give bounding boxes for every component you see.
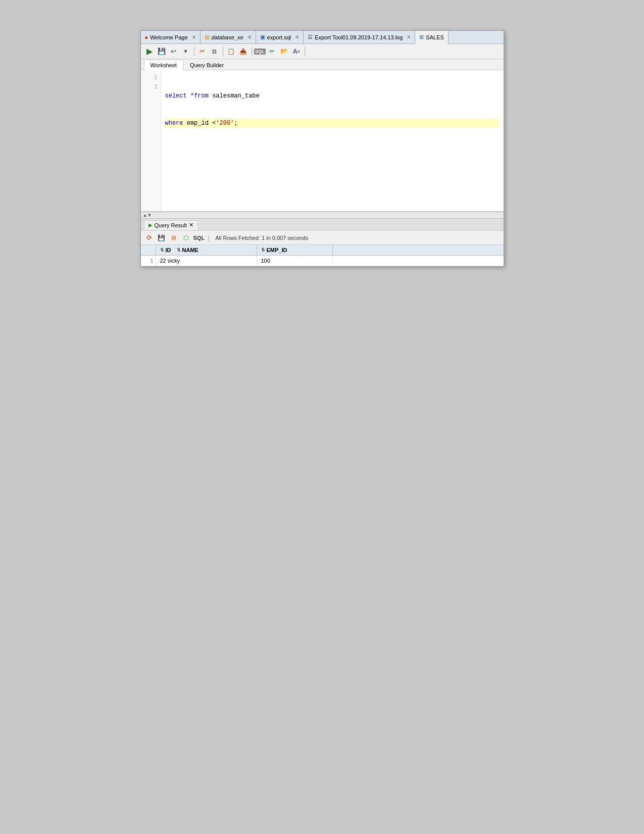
row-num-1: 1	[141, 256, 156, 266]
sql-run-button[interactable]: SQL	[255, 46, 266, 57]
result-toolbar: ⟳ 💾 ⊞ ⬡ SQL | All Rows Fetched: 1 in 0.0…	[141, 231, 504, 245]
font-icon: A	[293, 47, 298, 55]
tab-export-sql-close[interactable]: ✕	[295, 34, 299, 40]
grid-header: ⇅ ID ⇅ NAME ⇅ EMP_ID	[141, 245, 504, 256]
tab-export-log-close[interactable]: ✕	[407, 34, 411, 40]
sort-icon-name: ⇅	[177, 248, 181, 253]
cell-id-name-1: 22 vicky	[156, 256, 257, 266]
log-file-icon: ☰	[308, 34, 313, 40]
toolbar-sep-1	[194, 47, 194, 56]
col-header-empid-label: EMP_ID	[267, 247, 287, 253]
result-sql-label: SQL	[193, 235, 205, 241]
undo-icon: ↩	[171, 47, 176, 55]
tab-export-sql-label: export.sql	[267, 34, 291, 40]
main-window: ● Welcome Page ✕ ⊞ database_xe ✕ ▣ expor…	[140, 30, 504, 267]
result-refresh-button[interactable]: ⟳	[144, 232, 155, 243]
query-result-close[interactable]: ✕	[189, 222, 193, 228]
copy-icon: ⧉	[212, 48, 217, 55]
query-result-play-icon: ▶	[148, 222, 153, 228]
tab-bar: ● Welcome Page ✕ ⊞ database_xe ✕ ▣ expor…	[141, 31, 504, 44]
code-line-2: where emp_id <'200';	[165, 119, 500, 128]
tab-export-log-label: Export Tool01.09.2019-17.14.13.log	[315, 34, 403, 40]
sql-file-icon: ▣	[260, 34, 265, 40]
undo-button[interactable]: ↩	[168, 46, 179, 57]
toolbar-sep-4	[305, 47, 305, 56]
save-icon: 💾	[158, 47, 166, 55]
tab-worksheet[interactable]: Worksheet	[144, 60, 183, 70]
run-button[interactable]: ▶	[144, 46, 155, 57]
chevron-down-icon: ▼	[183, 48, 188, 54]
grid-row-num-header	[141, 245, 156, 255]
tab-welcome[interactable]: ● Welcome Page ✕	[141, 31, 201, 43]
edit-button[interactable]: ✏	[267, 46, 278, 57]
tab-export-log[interactable]: ☰ Export Tool01.09.2019-17.14.13.log ✕	[304, 31, 415, 43]
col-header-name-label: NAME	[182, 247, 199, 253]
open-icon: 📂	[280, 47, 288, 55]
tab-database-label: database_xe	[212, 34, 243, 40]
result-export-button[interactable]: ⬡	[180, 232, 191, 243]
code-line-1: select *from salesman_tabe	[165, 91, 500, 101]
tab-welcome-close[interactable]: ✕	[192, 34, 196, 40]
line-gutter: 1 2	[141, 70, 161, 211]
collapse-down-icon: ▼	[147, 213, 152, 218]
paste-icon: 📋	[227, 48, 235, 55]
editor-area: 1 2 select *from salesman_tabe where emp…	[141, 70, 504, 212]
tab-sales-label: SALES	[426, 34, 443, 40]
result-status-text: All Rows Fetched: 1 in 0.007 seconds	[215, 235, 308, 241]
table-row: 1 22 vicky 100	[141, 256, 504, 266]
refresh-icon: ⟳	[146, 234, 152, 241]
cut-button[interactable]: ✂	[197, 46, 208, 57]
line-num-2: 2	[141, 82, 158, 91]
tab-welcome-label: Welcome Page	[150, 34, 187, 40]
line-num-1: 1	[141, 73, 158, 82]
cut-icon: ✂	[200, 47, 205, 55]
result-panel: ▶ Query Result ✕ ⟳ 💾 ⊞ ⬡ SQL | All Rows …	[141, 219, 504, 266]
copy-button[interactable]: ⧉	[209, 46, 220, 57]
font-button[interactable]: A a	[291, 46, 302, 57]
save-button[interactable]: 💾	[156, 46, 167, 57]
welcome-icon: ●	[145, 34, 148, 40]
collapse-up-icon: ▲	[143, 213, 147, 218]
sort-icon-id: ⇅	[160, 248, 164, 253]
import-button[interactable]: 📥	[238, 46, 249, 57]
result-grid-icon: ⊞	[171, 234, 176, 241]
result-tab-bar: ▶ Query Result ✕	[141, 219, 504, 231]
sort-icon-empid: ⇅	[261, 248, 265, 253]
collapse-bar[interactable]: ▲ ▼	[141, 212, 504, 219]
import-icon: 📥	[239, 48, 247, 55]
code-editor[interactable]: select *from salesman_tabe where emp_id …	[161, 70, 504, 211]
grid-col-header-id[interactable]: ⇅ ID ⇅ NAME	[156, 245, 257, 255]
cell-empid-1: 100	[257, 256, 333, 266]
result-export-icon: ⬡	[183, 234, 188, 241]
tab-export-sql[interactable]: ▣ export.sql ✕	[256, 31, 304, 43]
pipe-separator: |	[208, 234, 209, 241]
query-result-tab[interactable]: ▶ Query Result ✕	[144, 220, 198, 230]
result-save-icon: 💾	[158, 234, 165, 241]
dropdown-button[interactable]: ▼	[180, 46, 191, 57]
data-grid: ⇅ ID ⇅ NAME ⇅ EMP_ID 1 22 vicky 100	[141, 245, 504, 266]
result-save-button[interactable]: 💾	[156, 232, 167, 243]
sub-tab-bar: Worksheet Query Builder	[141, 59, 504, 70]
tab-database-close[interactable]: ✕	[247, 34, 252, 40]
toolbar-sep-3	[252, 47, 252, 56]
paste-button[interactable]: 📋	[226, 46, 237, 57]
tab-query-builder-label: Query Builder	[190, 62, 224, 68]
result-grid-button[interactable]: ⊞	[168, 232, 179, 243]
col-header-id-label: ID	[166, 247, 171, 253]
edit-icon: ✏	[269, 47, 275, 55]
tab-database[interactable]: ⊞ database_xe ✕	[201, 31, 256, 43]
query-result-label: Query Result	[155, 222, 187, 228]
grid-col-header-empid[interactable]: ⇅ EMP_ID	[257, 245, 333, 255]
table-icon: ⊞	[419, 34, 424, 40]
toolbar-sep-2	[223, 47, 223, 56]
db-icon: ⊞	[205, 34, 210, 41]
main-toolbar: ▶ 💾 ↩ ▼ ✂ ⧉ 📋 📥 SQL ✏ 📂	[141, 44, 504, 59]
tab-worksheet-label: Worksheet	[151, 62, 177, 68]
open-button[interactable]: 📂	[279, 46, 290, 57]
tab-sales[interactable]: ⊞ SALES	[415, 31, 448, 44]
sql-run-icon: SQL	[254, 48, 266, 55]
tab-query-builder[interactable]: Query Builder	[183, 60, 230, 70]
